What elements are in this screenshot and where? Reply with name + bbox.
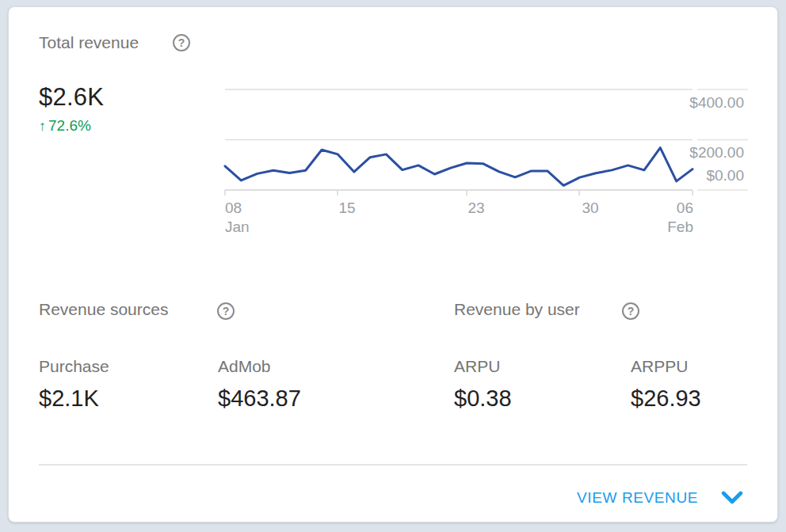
help-glyph: ?: [178, 36, 185, 49]
x-axis-label-jan30: 30: [567, 199, 614, 218]
x-axis-month: Jan: [225, 218, 250, 237]
metric-label: AdMob: [218, 357, 301, 376]
y-axis-label-200: $200.00: [649, 144, 744, 162]
x-axis-day: 30: [567, 199, 614, 218]
help-icon-revenue-sources[interactable]: ?: [217, 302, 235, 320]
help-glyph: ?: [628, 305, 635, 317]
metric-label: Purchase: [39, 357, 109, 376]
x-axis-day: 08: [225, 199, 250, 218]
card-title: Total revenue: [39, 33, 139, 52]
total-revenue-delta: ↑ 72.6%: [39, 117, 91, 135]
x-axis-day: 23: [452, 199, 500, 218]
delta-value: 72.6%: [48, 117, 91, 135]
metric-value: $0.38: [454, 385, 512, 412]
x-axis-label-jan08: 08 Jan: [225, 199, 250, 237]
total-revenue-card: Total revenue ? $2.6K ↑ 72.6% $400.00 $2…: [8, 6, 778, 522]
x-axis-day: 06: [667, 199, 693, 218]
arrow-up-icon: ↑: [39, 117, 46, 135]
metric-arpu: ARPU $0.38: [454, 357, 512, 412]
x-axis-label-feb06: 06 Feb: [667, 199, 693, 237]
help-icon-revenue-by-user[interactable]: ?: [622, 302, 639, 320]
metric-value: $2.1K: [39, 385, 109, 412]
y-axis-label-0: $0.00: [649, 167, 744, 184]
help-glyph: ?: [223, 305, 230, 317]
x-axis-label-jan23: 23: [452, 199, 500, 218]
x-axis-label-jan15: 15: [323, 199, 371, 218]
metric-label: ARPU: [454, 357, 512, 376]
view-revenue-button[interactable]: VIEW REVENUE: [577, 486, 744, 510]
metric-value: $26.93: [631, 385, 701, 412]
card-footer: VIEW REVENUE: [9, 466, 744, 530]
x-axis-month: Feb: [667, 218, 693, 237]
metric-admob: AdMob $463.87: [218, 357, 301, 412]
chevron-down-icon: [720, 491, 744, 505]
view-revenue-label: VIEW REVENUE: [577, 489, 698, 507]
help-icon-total-revenue[interactable]: ?: [173, 34, 190, 51]
metric-arppu: ARPPU $26.93: [631, 357, 701, 412]
revenue-by-user-heading: Revenue by user: [454, 300, 580, 319]
metric-value: $463.87: [218, 385, 301, 412]
revenue-sources-heading: Revenue sources: [39, 300, 168, 319]
metric-label: ARPPU: [631, 357, 701, 376]
y-axis-label-400: $400.00: [649, 94, 744, 112]
x-axis-day: 15: [323, 199, 371, 218]
total-revenue-value: $2.6K: [39, 82, 104, 112]
metric-purchase: Purchase $2.1K: [39, 357, 109, 412]
revenue-line-series: [225, 148, 693, 186]
